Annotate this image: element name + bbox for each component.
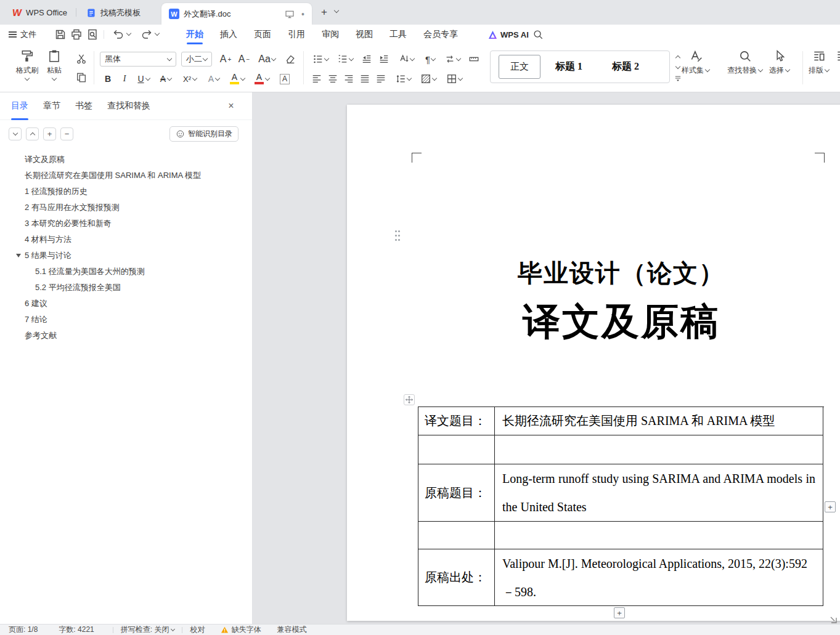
redo-button[interactable] <box>141 28 153 41</box>
undo-button[interactable] <box>112 28 124 41</box>
search-icon[interactable] <box>532 29 544 40</box>
missing-font-warning[interactable]: 缺失字体 <box>221 625 261 635</box>
wps-ai-button[interactable]: WPS AI <box>488 25 529 44</box>
toc-item[interactable]: 7 结论 <box>0 312 252 328</box>
table-cell-value[interactable]: 长期径流研究在美国使用 SARIMA 和 ARIMA 模型 <box>495 407 823 435</box>
increase-indent-button[interactable] <box>376 52 392 67</box>
format-painter-button[interactable]: 格式刷 <box>16 49 38 80</box>
ruler-button[interactable] <box>465 52 483 67</box>
menu-tab-home[interactable]: 开始 <box>186 25 203 44</box>
find-replace-button[interactable]: 查找替换 <box>727 49 762 76</box>
compatibility-mode-badge[interactable]: 兼容模式 <box>277 625 306 635</box>
shading-button[interactable] <box>417 71 440 86</box>
toc-item[interactable]: 5.2 平均径流预报全美国 <box>0 280 252 296</box>
menu-tab-page[interactable]: 页面 <box>254 25 271 44</box>
word-count[interactable]: 字数: 4221 <box>59 625 94 635</box>
app-tab-template[interactable]: 找稿壳模板 <box>79 3 148 22</box>
sidebar-close-button[interactable]: × <box>225 100 237 112</box>
table-move-handle[interactable] <box>404 394 415 405</box>
toc-item[interactable]: 参考文献 <box>0 328 252 344</box>
new-tab-dropdown-icon[interactable] <box>334 8 339 13</box>
strikethrough-button[interactable]: A <box>155 71 176 86</box>
change-case-button[interactable]: Aa <box>255 52 279 67</box>
toc-item[interactable]: 5.1 径流量为美国各大州的预测 <box>0 264 252 280</box>
align-left-button[interactable] <box>309 71 324 86</box>
toc-item[interactable]: 3 本研究的必要性和新奇 <box>0 216 252 232</box>
style-set-button[interactable]: 样式集 <box>682 49 709 76</box>
copy-button[interactable] <box>74 70 89 85</box>
borders-button[interactable] <box>442 71 466 86</box>
print-preview-button[interactable] <box>86 28 99 41</box>
style-heading-2[interactable]: 标题 2 <box>597 60 654 73</box>
underline-button[interactable]: U <box>133 71 154 86</box>
table-cell-label[interactable]: 原稿出处： <box>418 549 495 606</box>
menu-tab-review[interactable]: 审阅 <box>322 25 339 44</box>
sidebar-tab-sections[interactable]: 章节 <box>43 92 60 120</box>
menu-tab-member[interactable]: 会员专享 <box>423 25 458 44</box>
spellcheck-status[interactable]: 拼写检查: 关闭 <box>121 625 175 635</box>
typeset-button[interactable]: 排版 <box>809 49 829 76</box>
table-cell-empty[interactable] <box>418 522 495 549</box>
insert-column-button[interactable]: + <box>825 501 836 512</box>
gallery-scroll-up-button[interactable] <box>673 52 682 62</box>
new-tab-button[interactable]: + <box>317 5 332 20</box>
paste-button[interactable]: 粘贴 <box>47 49 62 80</box>
toc-zoom-out-button[interactable]: − <box>60 127 73 140</box>
proofread-button[interactable]: 校对 <box>190 625 205 635</box>
document-title[interactable]: 译文及原稿 <box>347 297 840 347</box>
text-effect-button[interactable]: A <box>203 71 224 86</box>
table-resize-corner-icon[interactable] <box>828 615 838 624</box>
redo-dropdown-icon[interactable] <box>155 31 160 36</box>
smart-toc-button[interactable]: 智能识别目录 <box>169 126 239 142</box>
table-cell-empty[interactable] <box>495 522 823 549</box>
page-indicator[interactable]: 页面: 1/8 <box>9 625 38 635</box>
toc-item[interactable]: 长期径流研究在美国使用 SARIMA 和 ARIMA 模型 <box>0 168 252 184</box>
font-color-button[interactable]: A <box>250 71 274 86</box>
align-right-button[interactable] <box>341 71 356 86</box>
table-cell-value[interactable]: Long-term runoff study using SARIMA and … <box>495 464 823 522</box>
toc-item[interactable]: 4 材料与方法 <box>0 232 252 248</box>
font-name-select[interactable]: 黑体 <box>100 52 176 67</box>
menu-tab-reference[interactable]: 引用 <box>288 25 305 44</box>
decrease-font-button[interactable]: A− <box>235 52 253 67</box>
table-cell-empty[interactable] <box>418 435 495 464</box>
app-tab-wps-office[interactable]: W WPS Office <box>5 3 75 22</box>
table-cell-value[interactable]: Valipour M.[J]. Meteorological Applicati… <box>495 549 823 606</box>
distribute-button[interactable] <box>373 71 388 86</box>
save-button[interactable] <box>54 28 67 41</box>
device-sync-icon[interactable] <box>285 9 295 19</box>
align-center-button[interactable] <box>325 71 340 86</box>
numbered-list-button[interactable] <box>334 52 356 67</box>
toc-expand-button[interactable] <box>9 127 22 140</box>
menu-tab-view[interactable]: 视图 <box>356 25 373 44</box>
select-button[interactable]: 选择 <box>769 49 789 76</box>
toc-zoom-in-button[interactable]: + <box>43 127 56 140</box>
sidebar-tab-contents[interactable]: 目录 <box>11 92 28 120</box>
table-cell-label[interactable]: 译文题目： <box>418 407 495 435</box>
menu-tab-insert[interactable]: 插入 <box>220 25 237 44</box>
table-cell-label[interactable]: 原稿题目： <box>418 464 495 522</box>
toc-item-expandable[interactable]: 5 结果与讨论 <box>0 248 252 264</box>
pane-drag-handle[interactable] <box>395 230 397 232</box>
toc-collapse-button[interactable] <box>26 127 39 140</box>
cut-button[interactable] <box>74 52 89 67</box>
toc-item[interactable]: 1 径流预报的历史 <box>0 184 252 200</box>
highlight-color-button[interactable]: A <box>226 71 249 86</box>
document-heading[interactable]: 毕业设计（论文） <box>347 256 840 290</box>
line-spacing-button[interactable] <box>392 71 414 86</box>
menu-tab-tools[interactable]: 工具 <box>389 25 407 44</box>
text-direction-button[interactable] <box>394 52 418 67</box>
superscript-button[interactable]: X² <box>177 71 202 86</box>
insert-row-button[interactable]: + <box>614 607 625 618</box>
decrease-indent-button[interactable] <box>359 52 375 67</box>
cjk-layout-button[interactable] <box>441 52 463 67</box>
file-menu-button[interactable]: 文件 <box>9 25 36 44</box>
style-normal[interactable]: 正文 <box>499 55 540 79</box>
undo-dropdown-icon[interactable] <box>126 31 131 36</box>
sidebar-tab-bookmarks[interactable]: 书签 <box>75 92 92 120</box>
font-size-select[interactable]: 小二 <box>181 52 212 67</box>
cutoff-ribbon-button[interactable] <box>836 49 840 63</box>
toc-item[interactable]: 译文及原稿 <box>0 152 252 168</box>
table-cell-empty[interactable] <box>495 435 823 464</box>
justify-button[interactable] <box>357 71 372 86</box>
